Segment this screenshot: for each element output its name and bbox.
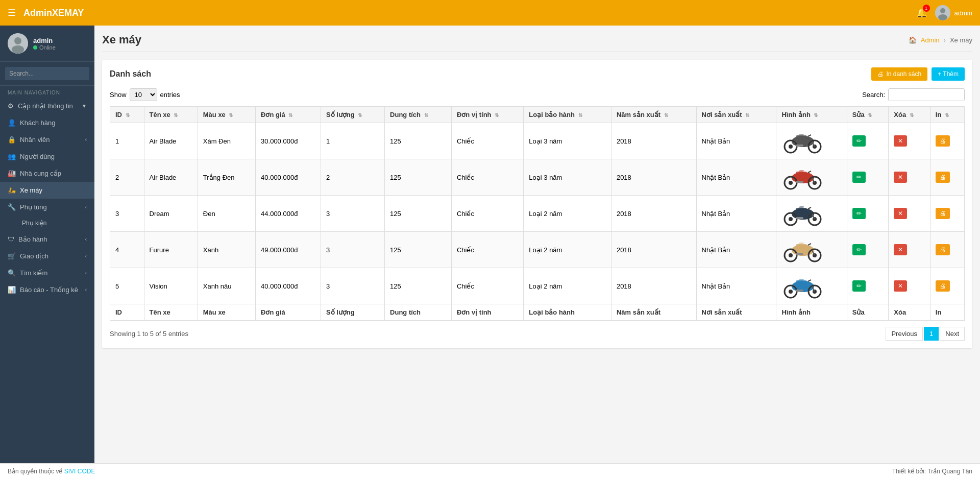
sort-icon-in[interactable]: ⇅ xyxy=(945,112,949,118)
chevron-right-icon-5: ‹ xyxy=(85,270,87,276)
print-row-button-3[interactable]: 🖨 xyxy=(936,208,950,219)
sort-icon-sl[interactable]: ⇅ xyxy=(358,112,362,118)
delete-button-2[interactable]: ✕ xyxy=(894,172,907,183)
sort-icon-xoa[interactable]: ⇅ xyxy=(910,112,914,118)
shield-icon: 🛡 xyxy=(8,235,14,243)
sort-icon-lbh[interactable]: ⇅ xyxy=(578,112,582,118)
main-content: Xe máy 🏠 Admin › Xe máy Danh sách 🖨 In d… xyxy=(94,26,980,479)
search-input[interactable] xyxy=(888,88,965,101)
cell-noi-sx: Nhật Bản xyxy=(696,159,776,196)
cell-nam-sx: 2018 xyxy=(611,232,696,268)
entries-select[interactable]: 10 25 50 100 xyxy=(130,88,157,101)
sidebar-item-nhan-vien[interactable]: 🔒 Nhân viên ‹ xyxy=(0,131,94,148)
sort-icon-dt[interactable]: ⇅ xyxy=(424,112,428,118)
edit-button-1[interactable]: ✏ xyxy=(852,135,866,147)
bell-container[interactable]: 🔔 1 xyxy=(916,7,927,18)
table-controls: Show 10 25 50 100 entries Search: xyxy=(110,88,965,101)
admin-profile[interactable]: admin xyxy=(935,5,972,20)
cell-so-luong: 1 xyxy=(321,123,384,159)
previous-button[interactable]: Previous xyxy=(886,327,923,341)
svg-line-45 xyxy=(808,244,811,245)
chevron-right-icon-3: ‹ xyxy=(85,236,87,242)
cell-xoa: ✕ xyxy=(889,123,930,159)
breadcrumb-separator: › xyxy=(944,36,946,44)
footer-copyright: Bản quyền thuộc về SIVI CODE xyxy=(8,468,95,475)
cell-sua: ✏ xyxy=(847,196,889,232)
svg-point-2 xyxy=(938,14,947,20)
edit-button-5[interactable]: ✏ xyxy=(852,280,866,292)
sort-icon-ha[interactable]: ⇅ xyxy=(814,112,818,118)
search-filter: Search: xyxy=(862,88,965,101)
sidebar-item-cap-nhat[interactable]: ⚙ Cập nhật thông tin ▼ xyxy=(0,98,94,114)
edit-button-2[interactable]: ✏ xyxy=(852,172,866,183)
breadcrumb-current: Xe máy xyxy=(950,36,972,44)
foot-in: In xyxy=(930,304,964,321)
sidebar-item-bao-cao[interactable]: 📊 Báo cáo - Thống kê ‹ xyxy=(0,281,94,298)
svg-line-35 xyxy=(808,207,811,209)
sidebar-search-input[interactable] xyxy=(5,67,89,80)
footer: Bản quyền thuộc về SIVI CODE Thiết kế bở… xyxy=(0,463,980,479)
sort-icon-dvt[interactable]: ⇅ xyxy=(495,112,499,118)
cell-noi-sx: Nhật Bản xyxy=(696,232,776,268)
svg-line-15 xyxy=(808,135,811,136)
sidebar-search xyxy=(0,62,94,86)
add-button[interactable]: + Thêm xyxy=(932,67,965,81)
cell-ten-xe: Furure xyxy=(144,232,198,268)
card-header: Danh sách 🖨 In danh sách + Thêm xyxy=(110,67,965,81)
sort-icon-mau[interactable]: ⇅ xyxy=(229,112,233,118)
settings-icon: ⚙ xyxy=(8,102,14,110)
next-button[interactable]: Next xyxy=(940,327,965,341)
sidebar-item-phu-kien[interactable]: Phụ kiện xyxy=(0,215,94,231)
print-list-button[interactable]: 🖨 In danh sách xyxy=(871,67,927,81)
print-row-button-2[interactable]: 🖨 xyxy=(936,172,950,183)
breadcrumb-home[interactable]: Admin xyxy=(921,36,940,44)
sort-icon-sua[interactable]: ⇅ xyxy=(868,112,872,118)
sidebar-avatar xyxy=(8,33,28,54)
home-icon: 🏠 xyxy=(909,36,917,44)
sidebar-username: admin xyxy=(33,37,56,44)
delete-button-3[interactable]: ✕ xyxy=(894,208,907,219)
col-nam-sx: Năm sản xuất ⇅ xyxy=(611,107,696,123)
sidebar-item-nha-cung-cap[interactable]: 🏭 Nhà cung cấp xyxy=(0,165,94,182)
col-don-gia: Đơn giá ⇅ xyxy=(256,107,321,123)
sort-icon-noisx[interactable]: ⇅ xyxy=(745,112,749,118)
sidebar-item-giao-dich[interactable]: 🛒 Giao dịch ‹ xyxy=(0,248,94,265)
sort-icon-id[interactable]: ⇅ xyxy=(126,112,130,118)
page-1-button[interactable]: 1 xyxy=(924,327,939,341)
cell-nam-sx: 2018 xyxy=(611,123,696,159)
chevron-right-icon-2: ‹ xyxy=(85,204,87,210)
svg-rect-34 xyxy=(796,217,803,219)
print-row-button-1[interactable]: 🖨 xyxy=(936,135,950,147)
delete-button-1[interactable]: ✕ xyxy=(894,135,907,147)
sidebar-item-khach-hang[interactable]: 👤 Khách hàng xyxy=(0,114,94,131)
cell-loai-bao-hanh: Loại 2 năm xyxy=(524,196,611,232)
print-row-button-5[interactable]: 🖨 xyxy=(936,280,950,292)
footer-brand-link[interactable]: SIVI CODE xyxy=(64,468,95,475)
cell-sua: ✏ xyxy=(847,123,889,159)
sort-icon-gia[interactable]: ⇅ xyxy=(288,112,292,118)
col-ten-xe: Tên xe ⇅ xyxy=(144,107,198,123)
sidebar-item-tim-kiem[interactable]: 🔍 Tìm kiếm ‹ xyxy=(0,265,94,281)
sort-icon-ten[interactable]: ⇅ xyxy=(174,112,178,118)
table-row: 4 Furure Xanh 49.000.000đ 3 125 Chiếc Lo… xyxy=(110,232,965,268)
sidebar-item-bao-hanh[interactable]: 🛡 Bảo hành ‹ xyxy=(0,231,94,248)
hamburger-menu[interactable]: ☰ xyxy=(8,7,16,18)
cell-noi-sx: Nhật Bản xyxy=(696,123,776,159)
sort-icon-nsx[interactable]: ⇅ xyxy=(664,112,668,118)
edit-button-3[interactable]: ✏ xyxy=(852,208,866,219)
sidebar-item-nguoi-dung[interactable]: 👥 Người dùng xyxy=(0,148,94,165)
col-don-vi-tinh: Đơn vị tính ⇅ xyxy=(451,107,523,123)
sidebar-item-xe-may[interactable]: 🛵 Xe máy xyxy=(0,182,94,199)
delete-button-4[interactable]: ✕ xyxy=(894,244,907,255)
cell-don-vi-tinh: Chiếc xyxy=(451,196,523,232)
print-row-button-4[interactable]: 🖨 xyxy=(936,244,950,255)
chevron-right-icon: ‹ xyxy=(85,137,87,142)
delete-button-5[interactable]: ✕ xyxy=(894,280,907,292)
chevron-down-icon: ▼ xyxy=(82,103,87,109)
data-card: Danh sách 🖨 In danh sách + Thêm Show xyxy=(102,60,972,348)
edit-button-4[interactable]: ✏ xyxy=(852,244,866,255)
sidebar-item-phu-tung[interactable]: 🔧 Phụ tùng ‹ xyxy=(0,199,94,215)
cell-so-luong: 2 xyxy=(321,159,384,196)
cell-loai-bao-hanh: Loại 2 năm xyxy=(524,268,611,304)
foot-loai-bao-hanh: Loại bảo hành xyxy=(524,304,611,321)
